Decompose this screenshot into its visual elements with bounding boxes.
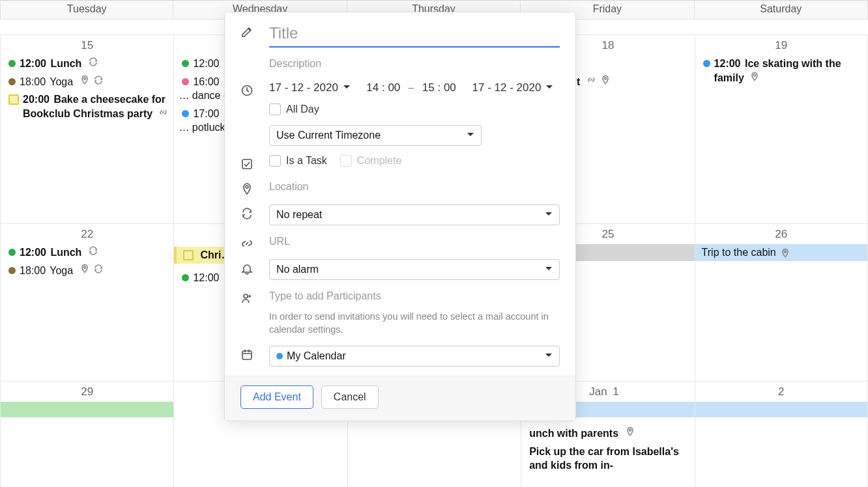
- start-date-picker[interactable]: 17 - 12 - 2020: [269, 81, 351, 94]
- svg-rect-4: [242, 351, 252, 359]
- link-icon: [240, 237, 253, 250]
- month-label: Jan: [589, 385, 607, 398]
- date-number: 2: [695, 382, 867, 401]
- day-header-saturday: Saturday: [695, 0, 868, 20]
- link-icon: [586, 75, 596, 85]
- all-day-event[interactable]: Trip to the cabin: [695, 244, 867, 261]
- url-input[interactable]: URL: [269, 234, 560, 249]
- bell-icon: [240, 262, 253, 275]
- event-dot-icon: [8, 78, 16, 85]
- event-dot-icon: [8, 267, 16, 274]
- day-cell[interactable]: 19 12:00 Ice skating with the family: [695, 35, 868, 224]
- title-input[interactable]: [269, 23, 560, 48]
- svg-rect-1: [242, 160, 252, 169]
- day-cell[interactable]: 2: [695, 382, 868, 487]
- day-cell[interactable]: 29: [0, 382, 173, 487]
- alarm-select[interactable]: No alarm: [269, 259, 560, 280]
- event-dot-icon: [182, 274, 189, 281]
- description-input[interactable]: Description: [269, 57, 560, 71]
- event-dot-icon: [8, 60, 16, 67]
- location-icon: [80, 75, 89, 85]
- event-item[interactable]: 12:00 Lunch: [1, 244, 173, 262]
- location-icon: [625, 426, 635, 436]
- link-icon: [158, 107, 168, 117]
- repeat-icon: [93, 75, 103, 85]
- date-number: 15: [1, 35, 173, 55]
- event-item[interactable]: Pick up the car from Isabella's and kids…: [521, 443, 694, 475]
- participants-note: In order to send invitations you will ne…: [269, 310, 560, 337]
- day-cell[interactable]: 26 Trip to the cabin: [695, 224, 868, 382]
- event-dot-icon: [182, 78, 189, 85]
- task-square-icon: [183, 250, 194, 260]
- timezone-select[interactable]: Use Current Timezone: [269, 125, 482, 146]
- event-dot-icon: [8, 249, 16, 256]
- all-day-event[interactable]: [1, 402, 173, 417]
- date-number: 19: [695, 35, 867, 55]
- event-item[interactable]: 20:00 Bake a cheesecake for Bookclub Chr…: [1, 90, 173, 122]
- repeat-icon: [88, 57, 98, 66]
- start-time-picker[interactable]: 14 : 00: [366, 81, 400, 94]
- new-event-dialog: Description 17 - 12 - 2020 14 : 00 – 15 …: [224, 12, 576, 421]
- participants-icon: [240, 292, 253, 305]
- svg-point-3: [244, 294, 248, 298]
- participants-input[interactable]: Type to add Participants: [269, 289, 560, 303]
- calendar-select[interactable]: My Calendar: [269, 346, 560, 367]
- event-item[interactable]: 18:00 Yoga: [1, 262, 173, 280]
- task-icon: [240, 158, 253, 171]
- repeat-icon: [88, 245, 98, 255]
- date-number: 29: [1, 382, 173, 401]
- task-square-icon: [8, 94, 19, 105]
- end-date-picker[interactable]: 17 - 12 - 2020: [472, 81, 554, 94]
- date-number: 26: [695, 224, 867, 244]
- repeat-icon: [93, 264, 103, 273]
- event-item[interactable]: 12:00 Lunch: [1, 55, 173, 73]
- repeat-icon: [240, 207, 253, 220]
- day-header-tuesday: Tuesday: [0, 0, 173, 20]
- all-day-event[interactable]: [695, 402, 867, 417]
- location-icon: [240, 182, 253, 195]
- all-day-checkbox[interactable]: All Day: [269, 104, 319, 115]
- repeat-select[interactable]: No repeat: [269, 204, 560, 225]
- complete-checkbox: Complete: [340, 155, 401, 167]
- event-item[interactable]: 18:00 Yoga: [1, 73, 173, 91]
- cancel-button[interactable]: Cancel: [321, 385, 379, 409]
- calendar-dot-icon: [276, 353, 283, 359]
- event-item[interactable]: 12:00 Ice skating with the family: [695, 55, 867, 87]
- date-number: 22: [1, 224, 173, 244]
- location-icon: [600, 75, 610, 85]
- location-icon: [749, 72, 759, 81]
- day-cell[interactable]: 22 12:00 Lunch 18:00 Yoga: [0, 224, 173, 382]
- svg-point-2: [246, 186, 248, 188]
- clock-icon: [240, 84, 253, 97]
- location-input[interactable]: Location: [269, 180, 560, 194]
- location-icon: [80, 264, 89, 273]
- edit-icon: [240, 25, 253, 38]
- is-task-checkbox[interactable]: Is a Task: [269, 155, 327, 167]
- event-dot-icon: [703, 60, 710, 67]
- end-time-picker[interactable]: 15 : 00: [422, 81, 456, 94]
- add-event-button[interactable]: Add Event: [240, 385, 313, 409]
- day-cell[interactable]: 15 12:00 Lunch 18:00 Yoga 20:00 Bake a c…: [0, 35, 173, 224]
- location-icon: [780, 248, 790, 258]
- event-dot-icon: [182, 110, 189, 117]
- event-dot-icon: [182, 60, 189, 67]
- event-item[interactable]: unch with parents: [521, 424, 694, 443]
- calendar-icon: [240, 348, 253, 361]
